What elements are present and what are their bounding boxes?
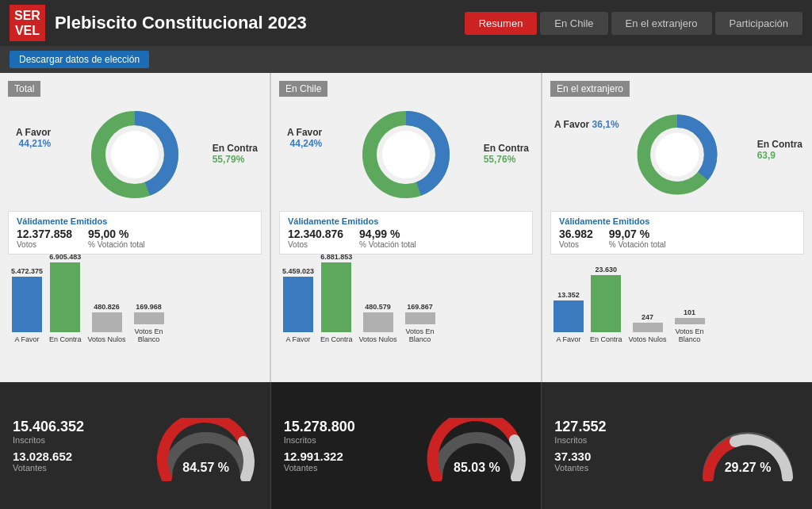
bar-blanco-chile: 169.867 Votos En Blanco [404,303,437,343]
votos-value-total: 12.377.858 [17,228,72,240]
donut-total: A Favor 44,21% En Contra 55,79% [8,103,262,206]
votantes-label-extranjero: Votantes [554,463,688,473]
donut-chart-total [87,107,182,202]
votantes-value-extranjero: 37.330 [554,450,688,463]
page-title: Plebiscito Constitucional 2023 [55,13,455,33]
tab-resumen[interactable]: Resumen [465,12,538,35]
bar-gray1-chile [363,312,393,332]
inscritos-value-extranjero: 127.552 [554,419,688,435]
gauge-total: 84.57 % [155,410,258,481]
pct-label-chile: % Votación total [359,240,416,249]
tab-extranjero[interactable]: En el extranjero [611,12,712,35]
valid-label-chile: Válidamente Emitidos [288,216,524,226]
bar-green-total [50,262,80,332]
bar-encontra-chile: 6.881.853 En Contra [320,253,353,343]
stats-total: Válidamente Emitidos 12.377.858 Votos 95… [8,211,262,254]
svg-point-2 [111,131,159,178]
valid-label-total: Válidamente Emitidos [17,216,253,226]
bar-encontra-total: 6.905.483 En Contra [49,253,82,343]
afavor-label-chile: A Favor 44,24% [287,127,322,149]
votantes-label-chile: Votantes [284,463,418,473]
bar-green-extranjero [591,275,621,332]
bar-green-chile [321,262,351,332]
panel-total-title: Total [8,81,40,97]
bar-chart-extranjero: 13.352 A Favor 23.630 En Contra 247 Voto… [550,259,804,346]
pct-value-extranjero: 99,07 % [609,228,666,240]
tab-en-chile[interactable]: En Chile [540,12,607,35]
pct-value-total: 95,00 % [88,228,145,240]
donut-extranjero: A Favor 36,1% En Contra 63,9 [550,103,804,206]
panel-total: Total A Favor 44,21% En Contra 55,79% Vá… [0,73,271,382]
votos-label-chile: Votos [288,240,343,249]
bottom-stats-chile: 15.278.800 Inscritos 12.991.322 Votantes [284,419,418,473]
bar-encontra-extranjero: 23.630 En Contra [590,266,622,343]
main-content: Total A Favor 44,21% En Contra 55,79% Vá… [0,73,812,509]
stats-chile: Válidamente Emitidos 12.340.876 Votos 94… [279,211,533,254]
votantes-value-chile: 12.991.322 [284,450,418,463]
nav-tabs: Resumen En Chile En el extranjero Partic… [465,12,802,35]
bar-chart-chile: 5.459.023 A Favor 6.881.853 En Contra 48… [279,259,533,346]
bar-blanco-extranjero: 101 Votos En Blanco [673,308,707,343]
sub-header: Descargar datos de elección [0,46,812,73]
gauge-pct-chile: 85.03 % [454,461,500,475]
pct-label-total: % Votación total [88,240,145,249]
tab-participacion[interactable]: Participación [715,12,802,35]
votos-value-chile: 12.340.876 [288,228,343,240]
stats-extranjero: Válidamente Emitidos 36.982 Votos 99,07 … [550,211,804,254]
svg-point-5 [382,131,430,178]
panel-chile-title: En Chile [279,81,327,97]
bottom-stats-extranjero: 127.552 Inscritos 37.330 Votantes [554,419,688,473]
bar-gray1-extranjero [633,323,663,332]
svg-point-8 [656,133,699,177]
bar-blue-chile [283,277,313,332]
bottom-panel-total: 15.406.352 Inscritos 13.028.652 Votantes… [0,382,271,509]
bar-gray2-total [134,312,164,324]
logo: SER VEL [10,5,45,41]
encontra-label-extranjero: En Contra 63,9 [757,139,802,161]
gauge-chile: 85.03 % [425,410,528,481]
gauge-pct-total: 84.57 % [182,461,229,475]
bar-chart-total: 5.472.375 A Favor 6.905.483 En Contra 48… [8,259,262,346]
logo-line2: VEL [14,23,40,38]
votantes-label-total: Votantes [13,463,147,473]
donut-chile: A Favor 44,24% En Contra 55,76% [279,103,533,206]
bar-blue-total [12,277,42,332]
logo-line1: SER [14,8,40,23]
bar-gray2-extranjero [675,318,705,324]
pct-label-extranjero: % Votación total [609,240,666,249]
encontra-label-total: En Contra 55,79% [213,143,258,165]
votantes-value-total: 13.028.652 [13,450,147,463]
panel-extranjero: En el extranjero A Favor 36,1% En Contra… [542,73,812,382]
gauge-extranjero: 29.27 % [696,410,799,481]
inscritos-label-total: Inscritos [13,435,147,445]
inscritos-value-chile: 15.278.800 [284,419,418,435]
bottom-row: 15.406.352 Inscritos 13.028.652 Votantes… [0,382,812,509]
votos-label-total: Votos [17,240,72,249]
bar-afavor-total: 5.472.375 A Favor [11,267,43,343]
donut-chart-extranjero [634,111,721,198]
valid-label-extranjero: Válidamente Emitidos [559,216,795,226]
votos-label-extranjero: Votos [559,240,593,249]
inscritos-label-chile: Inscritos [284,435,418,445]
download-button[interactable]: Descargar datos de elección [10,51,149,68]
header: SER VEL Plebiscito Constitucional 2023 R… [0,0,812,46]
top-row: Total A Favor 44,21% En Contra 55,79% Vá… [0,73,812,382]
gauge-pct-extranjero: 29.27 % [725,461,772,475]
bar-nulos-extranjero: 247 Votos Nulos [629,313,667,343]
bar-nulos-chile: 480.579 Votos Nulos [359,303,397,343]
bottom-panel-extranjero: 127.552 Inscritos 37.330 Votantes 29.27 … [542,382,812,509]
pct-value-chile: 94,99 % [359,228,416,240]
inscritos-value-total: 15.406.352 [13,419,147,435]
bottom-stats-total: 15.406.352 Inscritos 13.028.652 Votantes [13,419,147,473]
panel-extranjero-title: En el extranjero [550,81,630,97]
inscritos-label-extranjero: Inscritos [554,435,688,445]
votos-value-extranjero: 36.982 [559,228,593,240]
bar-nulos-total: 480.826 Votos Nulos [88,303,126,343]
afavor-label-total: A Favor 44,21% [16,127,51,149]
bar-gray1-total [92,312,122,332]
bottom-panel-chile: 15.278.800 Inscritos 12.991.322 Votantes… [271,382,542,509]
bar-blanco-total: 169.968 Votos En Blanco [132,303,166,343]
bar-gray2-chile [405,312,435,324]
bar-blue-extranjero [553,300,584,332]
bar-afavor-chile: 5.459.023 A Favor [282,267,314,343]
